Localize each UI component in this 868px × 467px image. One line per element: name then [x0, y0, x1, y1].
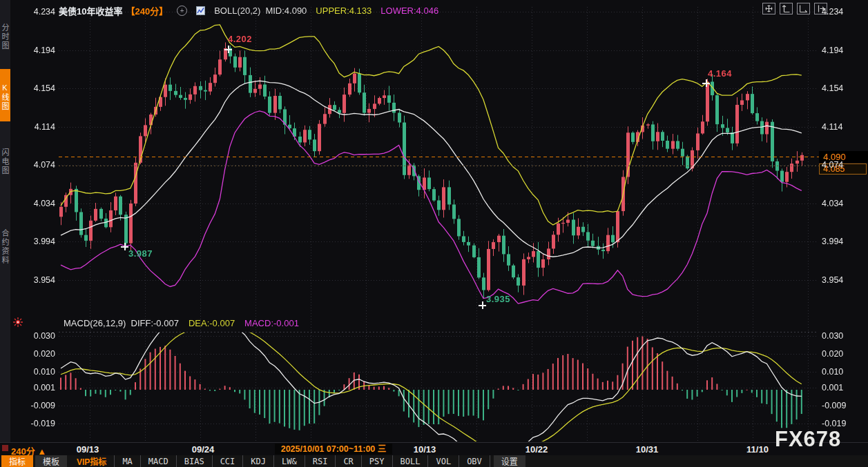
tab-template[interactable]: 模板: [35, 455, 67, 467]
y-axis-label-left: 4.154: [25, 83, 55, 94]
y-axis-label-right: 4.234: [822, 6, 852, 17]
price-annotation: 3.935: [486, 294, 510, 304]
y-axis-label-right: 4.114: [822, 121, 852, 132]
x-axis-tick: 09/13: [60, 444, 115, 455]
pivot-cross-marker: [479, 301, 486, 309]
y-axis-label-right: 4.194: [822, 45, 852, 56]
macd-axis-label-right: -0.009: [822, 400, 852, 411]
chart-header: 美债10年收益率 【240分】 + BOLL(20,2) MID:4.090 U…: [59, 4, 438, 17]
macd-legend: MACD(26,12,9) DIFF:-0.007 DEA:-0.007 MAC…: [64, 318, 299, 328]
macd-axis-label-right: 0.030: [822, 330, 852, 341]
pivot-cross-marker: [224, 46, 232, 53]
y-axis-label-left: 4.034: [25, 198, 55, 209]
x-axis-tick: 10/13: [397, 444, 452, 455]
toolbar-indicator-psy[interactable]: PSY: [361, 455, 392, 467]
x-axis-tick: 09/24: [175, 444, 231, 455]
selected-bar-time: 2025/10/01 07:00~11:00 三: [275, 444, 392, 455]
x-axis-tick: 10/22: [509, 444, 564, 455]
toolbar-indicator-obv[interactable]: OBV: [459, 455, 490, 467]
sidebar-tab-flash[interactable]: 闪电图: [0, 124, 10, 193]
macd-axis-label-right: -0.019: [822, 418, 852, 429]
toolbar-indicator-boll[interactable]: BOLL: [392, 455, 428, 467]
x-axis-scale-icon[interactable]: [797, 3, 810, 14]
sidebar-tab-kline[interactable]: K线图: [0, 69, 10, 121]
y-axis-label-left: 4.114: [25, 121, 55, 132]
settings-button[interactable]: 设置: [494, 455, 525, 467]
chart-tools: [762, 3, 827, 14]
toolbar-indicator-cci[interactable]: CCI: [212, 455, 243, 467]
period-tag[interactable]: 【240分】: [126, 4, 168, 17]
macd-axis-label-right: 0.001: [822, 382, 852, 393]
timeline-corner-marker: [2, 445, 8, 451]
toolbar-indicator-macd[interactable]: MACD: [140, 455, 176, 467]
macd-axis-label-left: 0.010: [25, 366, 55, 377]
y-axis-scale-icon[interactable]: [780, 3, 793, 14]
toolbar-indicator-rsi[interactable]: RSI: [305, 455, 336, 467]
tab-indicator[interactable]: 指标: [1, 455, 33, 467]
price-annotation: 4.202: [228, 34, 252, 44]
macd-axis-label-left: 0.030: [25, 330, 55, 341]
fx678-watermark: FX678: [775, 427, 841, 452]
macd-macd-value: MACD:-0.001: [244, 318, 299, 328]
macd-axis-label-left: 0.001: [25, 382, 55, 393]
toolbar-indicator-ma[interactable]: MA: [114, 455, 139, 467]
mini-chart-icon[interactable]: [196, 6, 205, 15]
alert-spark-icon[interactable]: [12, 317, 23, 330]
y-axis-label-left: 3.994: [25, 236, 55, 247]
pivot-cross-marker: [121, 243, 128, 250]
boll-lower-value: LOWER:4.046: [380, 6, 438, 16]
move-crosshair-icon[interactable]: [762, 3, 775, 14]
y-axis-label-right: 3.954: [822, 275, 852, 286]
macd-axis-label-left: -0.009: [25, 400, 55, 411]
macd-axis-label-right: 0.010: [822, 366, 852, 377]
sidebar-tab-contract-info[interactable]: 合约资料: [0, 196, 10, 294]
y-axis-label-left: 4.194: [25, 45, 55, 56]
toolbar-indicator-lw[interactable]: LW&: [273, 455, 305, 467]
y-axis-label-right: 4.074: [822, 159, 852, 170]
time-axis-row: 240分 ▲ 2025/10/01 07:00~11:00 三 09/1309/…: [0, 442, 868, 456]
y-axis-label-left: 4.074: [25, 159, 55, 170]
y-axis-label-right: 3.994: [822, 236, 852, 247]
toolbar-indicator-bias[interactable]: BIAS: [176, 455, 212, 467]
macd-name: MACD(26,12,9): [64, 318, 126, 328]
macd-diff-value: DIFF:-0.007: [131, 318, 179, 328]
toolbar-indicator-kdj[interactable]: KDJ: [242, 455, 273, 467]
macd-axis-label-left: -0.019: [25, 418, 55, 429]
price-annotation: 3.987: [128, 248, 153, 259]
x-axis-tick: 10/31: [619, 444, 675, 455]
y-axis-label-right: 4.034: [822, 198, 852, 209]
chart-type-sidebar: 分时图 K线图 闪电图 合约资料: [0, 0, 10, 442]
toolbar-indicator-cr[interactable]: CR: [335, 455, 360, 467]
instrument-title: 美债10年收益率: [59, 4, 122, 17]
sidebar-tab-timeshare[interactable]: 分时图: [0, 1, 10, 68]
macd-dea-value: DEA:-0.007: [189, 318, 235, 328]
price-annotation: 4.164: [708, 68, 732, 79]
pivot-cross-marker: [702, 79, 710, 87]
y-axis-label-left: 4.234: [25, 6, 55, 17]
tab-vip-indicator[interactable]: VIP指标: [69, 455, 114, 467]
y-axis-label-right: 4.154: [822, 83, 852, 94]
boll-label: BOLL(20,2): [214, 6, 260, 16]
boll-upper-value: UPPER:4.133: [316, 6, 372, 16]
add-indicator-icon[interactable]: +: [177, 6, 187, 16]
kline-macd-chart[interactable]: [0, 0, 868, 467]
toolbar-indicator-vol[interactable]: VOL: [427, 455, 459, 467]
indicator-toolbar: 指标 模板 VIP指标 MAMACDBIASCCIKDJLW&RSICRPSYB…: [0, 455, 868, 467]
macd-axis-label-right: 0.020: [822, 348, 852, 359]
y-axis-label-left: 3.954: [25, 275, 55, 286]
boll-mid-value: MID:4.090: [265, 6, 307, 16]
macd-axis-label-left: 0.020: [25, 348, 55, 359]
trading-app-window: 分时图 K线图 闪电图 合约资料 美债10年收益率 【240分】 + BOLL(…: [0, 0, 868, 467]
